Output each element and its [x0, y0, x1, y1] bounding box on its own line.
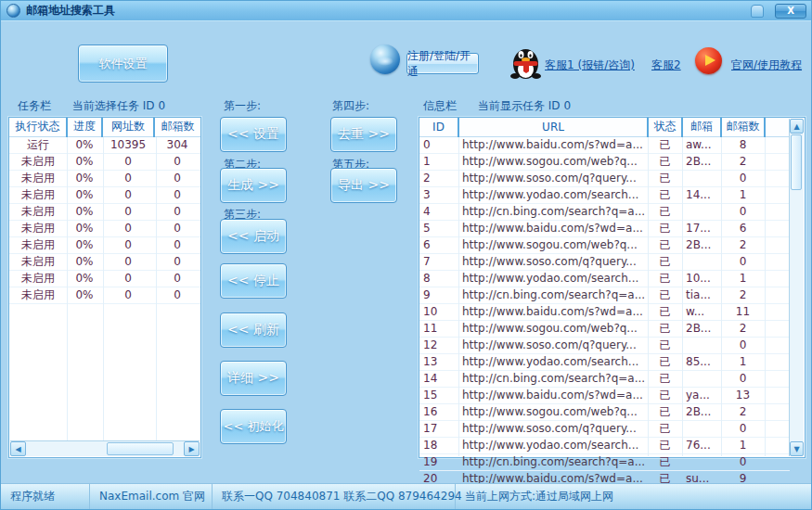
table-row[interactable]: 15http://www.baidu.com/s?wd=a...已ya...13 — [419, 387, 790, 403]
table-row[interactable]: 19http://cn.bing.com/search?q=a...已0 — [419, 453, 790, 470]
table-cell: http://cn.bing.com/search?q=a... — [458, 453, 648, 470]
scroll-up-icon[interactable]: ▲ — [790, 119, 804, 134]
tray-icon[interactable] — [751, 5, 764, 18]
table-cell: 0 — [154, 236, 200, 253]
table-cell: 已 — [648, 303, 682, 320]
table-row[interactable]: 11http://www.sogou.com/web?q...已2B...2 — [419, 320, 790, 337]
table-cell: 3 — [419, 186, 458, 203]
table-row[interactable]: 18http://www.yodao.com/search...已76...1 — [419, 437, 790, 453]
table-cell: 85... — [682, 353, 721, 370]
info-table-header[interactable]: IDURL状态邮箱邮箱数 — [419, 118, 790, 136]
table-cell: 已 — [648, 170, 682, 186]
column-header[interactable]: 邮箱 — [682, 118, 721, 136]
settings-button[interactable]: 软件设置 — [78, 45, 168, 83]
info-vertical-scrollbar[interactable]: ▲ ▼ — [789, 119, 804, 456]
table-row[interactable]: 未启用0%00 — [9, 287, 200, 303]
table-cell: 1 — [721, 270, 765, 287]
table-row[interactable]: 1http://www.sogou.com/web?q...已2B...2 — [419, 153, 790, 170]
table-cell: 10395 — [102, 136, 154, 153]
scrollbar-thumb[interactable] — [107, 442, 174, 455]
table-row[interactable]: 6http://www.sogou.com/web?q...已2B...2 — [419, 236, 790, 253]
export-button[interactable]: 导出 >> — [330, 168, 397, 203]
table-cell-filler — [765, 203, 790, 220]
table-row[interactable]: 7http://www.soso.com/q?query...已0 — [419, 253, 790, 270]
table-cell-filler — [765, 186, 790, 203]
table-cell: 已 — [648, 320, 682, 337]
table-cell: 0 — [154, 153, 200, 170]
website-status[interactable]: NaxEmail.com 官网 — [90, 484, 213, 509]
scrollbar-thumb[interactable] — [791, 134, 802, 190]
stop-button[interactable]: << 停止 — [220, 263, 287, 299]
table-cell: 未启用 — [9, 270, 67, 287]
close-button[interactable]: X — [775, 4, 806, 19]
table-row[interactable]: 未启用0%00 — [9, 236, 200, 253]
task-horizontal-scrollbar[interactable]: ◀ ▶ — [10, 440, 200, 456]
table-cell: 10 — [419, 303, 458, 320]
column-header[interactable]: 邮箱数 — [154, 118, 200, 136]
table-row[interactable]: 未启用0%00 — [9, 220, 200, 236]
table-cell: 0 — [721, 420, 765, 437]
info-panel-subtitle: 当前显示任务 ID 0 — [478, 98, 571, 114]
detail-button[interactable]: 详细 >> — [220, 361, 287, 396]
table-row[interactable]: 未启用0%00 — [9, 253, 200, 270]
column-header[interactable]: 邮箱数 — [721, 118, 765, 136]
table-cell: 0 — [154, 253, 200, 270]
generate-button[interactable]: 生成 >> — [220, 168, 287, 203]
column-header[interactable]: 进度 — [67, 118, 102, 136]
table-cell: 2 — [721, 236, 765, 253]
support1-link[interactable]: 客服1 (报错/咨询) — [545, 57, 635, 73]
support2-link[interactable]: 客服2 — [651, 57, 681, 73]
scroll-down-icon[interactable]: ▼ — [790, 441, 804, 456]
table-row[interactable]: 未启用0%00 — [9, 153, 200, 170]
column-header[interactable]: URL — [458, 118, 648, 136]
table-row[interactable]: 12http://www.soso.com/q?query...已0 — [419, 337, 790, 353]
table-row[interactable]: 10http://www.baidu.com/s?wd=a...已w...11 — [419, 303, 790, 320]
task-table-header[interactable]: 执行状态进度网址数邮箱数 — [9, 118, 200, 136]
table-cell: 1 — [721, 437, 765, 453]
refresh-button[interactable]: << 刷新 — [220, 312, 287, 348]
table-cell: 已 — [648, 270, 682, 287]
table-cell: 0 — [721, 337, 765, 353]
table-row[interactable]: 4http://cn.bing.com/search?q=a...已0 — [419, 203, 790, 220]
table-row[interactable]: 13http://www.yodao.com/search...已85...1 — [419, 353, 790, 370]
table-row[interactable]: 8http://www.yodao.com/search...已10...1 — [419, 270, 790, 287]
table-row[interactable]: 9http://cn.bing.com/search?q=a...已tia...… — [419, 287, 790, 303]
scroll-right-icon[interactable]: ▶ — [184, 441, 200, 456]
table-row[interactable]: 17http://www.soso.com/q?query...已0 — [419, 420, 790, 437]
table-row[interactable]: 未启用0%00 — [9, 186, 200, 203]
column-header[interactable]: 网址数 — [102, 118, 154, 136]
setup-button[interactable]: << 设置 — [220, 117, 287, 152]
table-cell — [682, 370, 721, 387]
table-cell: 未启用 — [9, 170, 67, 186]
table-cell: 17 — [419, 420, 458, 437]
table-row[interactable]: 0http://www.baidu.com/s?wd=a...已aw...8 — [419, 136, 790, 153]
column-header[interactable]: 状态 — [648, 118, 682, 136]
start-button[interactable]: << 启动 — [220, 219, 287, 254]
table-row[interactable]: 未启用0%00 — [9, 270, 200, 287]
dedup-button[interactable]: 去重 >> — [330, 117, 397, 152]
table-cell: 1 — [419, 153, 458, 170]
table-row[interactable]: 14http://cn.bing.com/search?q=a...已0 — [419, 370, 790, 387]
column-header[interactable]: ID — [419, 118, 458, 136]
table-cell: 已 — [648, 287, 682, 303]
table-row[interactable]: 2http://www.soso.com/q?query...已0 — [419, 170, 790, 186]
table-cell: 0% — [67, 270, 102, 287]
table-cell: 0 — [721, 170, 765, 186]
register-login-button[interactable]: 注册/登陆/开通 — [406, 53, 479, 74]
table-cell: 0 — [102, 203, 154, 220]
table-cell: 0 — [721, 203, 765, 220]
init-button[interactable]: << 初始化 — [220, 409, 287, 444]
title-bar[interactable]: 邮箱地址搜索工具 X — [1, 1, 811, 21]
table-cell: 0 — [154, 220, 200, 236]
scroll-left-icon[interactable]: ◀ — [10, 441, 26, 456]
table-row[interactable]: 5http://www.baidu.com/s?wd=a...已17...6 — [419, 220, 790, 236]
globe-icon — [370, 45, 400, 74]
table-row[interactable]: 16http://www.sogou.com/web?q...已2B...2 — [419, 403, 790, 420]
table-row[interactable]: 未启用0%00 — [9, 170, 200, 186]
table-cell: http://cn.bing.com/search?q=a... — [458, 287, 648, 303]
table-row[interactable]: 3http://www.yodao.com/search...已14...1 — [419, 186, 790, 203]
tutorial-link[interactable]: 官网/使用教程 — [731, 57, 802, 73]
column-header[interactable]: 执行状态 — [9, 118, 67, 136]
table-row[interactable]: 运行0%10395304 — [9, 136, 200, 153]
table-row[interactable]: 未启用0%00 — [9, 203, 200, 220]
